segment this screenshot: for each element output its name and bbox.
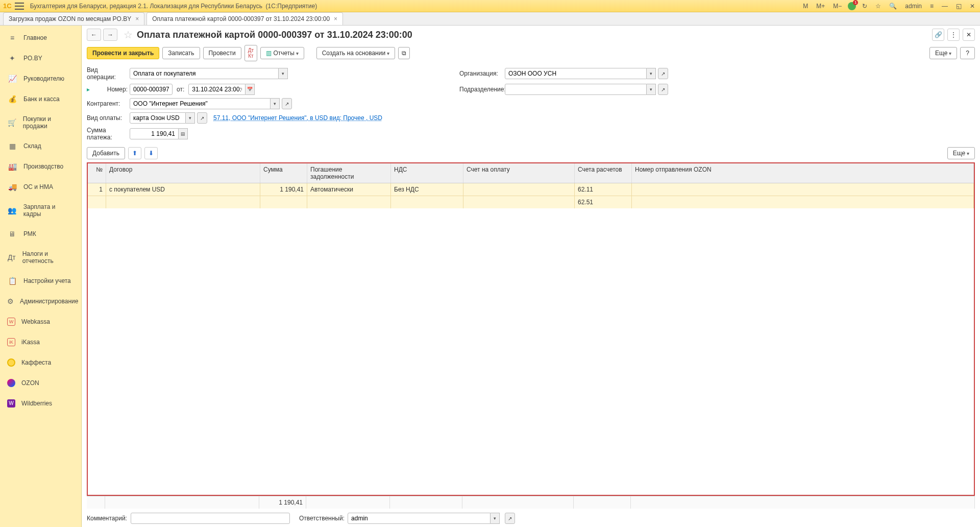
sidebar-item-hr[interactable]: 👥Зарплата и кадры	[0, 197, 81, 224]
post-button[interactable]: Провести	[203, 47, 241, 59]
sidebar-item-ozon[interactable]: OZON	[0, 373, 81, 393]
amount-input[interactable]	[130, 128, 179, 139]
col-accounts[interactable]: Счета расчетов	[575, 163, 632, 183]
sidebar-item-manager[interactable]: 📈Руководителю	[0, 68, 81, 89]
chevron-down-icon[interactable]: ▾	[271, 98, 280, 109]
cell-acc1[interactable]: 62.11	[575, 183, 632, 196]
operation-select[interactable]	[130, 68, 279, 79]
sidebar-item-kaffesta[interactable]: Каффеста	[0, 352, 81, 373]
create-based-button[interactable]: Создать на основании	[316, 47, 395, 59]
gear-icon: ⚙	[7, 297, 14, 305]
link-icon[interactable]: 🔗	[932, 29, 944, 41]
tab-ozon-load[interactable]: Загрузка продаж OZON по месяцам PO.BY×	[3, 12, 144, 25]
calculator-icon[interactable]: ▤	[179, 128, 188, 139]
chevron-down-icon[interactable]: ▾	[491, 513, 500, 524]
cell-vat[interactable]: Без НДС	[391, 183, 463, 196]
cell-repayment[interactable]: Автоматически	[307, 183, 391, 196]
search-icon[interactable]: 🔍	[887, 2, 899, 11]
table-row[interactable]: 1 с покупателем USD 1 190,41 Автоматичес…	[88, 183, 974, 196]
col-invoice[interactable]: Счет на оплату	[463, 163, 575, 183]
col-num[interactable]: №	[88, 163, 106, 183]
table-more-button[interactable]: Еще	[947, 147, 975, 159]
open-paytype-button[interactable]: ↗	[197, 112, 207, 124]
sidebar-item-production[interactable]: 🏭Производство	[0, 156, 81, 177]
notifications-icon[interactable]	[848, 2, 856, 10]
nav-back-button[interactable]: ←	[87, 29, 101, 41]
open-counterparty-button[interactable]: ↗	[282, 98, 292, 109]
counterparty-select[interactable]	[130, 98, 271, 109]
sidebar-item-warehouse[interactable]: ▦Склад	[0, 136, 81, 156]
cell-num[interactable]: 1	[88, 183, 106, 196]
sidebar-item-ikassa[interactable]: iKiKassa	[0, 332, 81, 352]
star-icon[interactable]: ☆	[124, 29, 133, 41]
open-dept-button[interactable]: ↗	[658, 84, 668, 95]
close-icon[interactable]: ×	[135, 15, 139, 22]
user-label[interactable]: admin	[903, 2, 924, 11]
memory-mminus[interactable]: M−	[831, 2, 844, 11]
open-responsible-button[interactable]: ↗	[505, 513, 515, 524]
datetime-input[interactable]	[188, 84, 246, 95]
sidebar-item-tax[interactable]: ДтНалоги и отчетность	[0, 244, 81, 271]
sidebar-item-bank[interactable]: 💰Банк и касса	[0, 89, 81, 109]
sidebar-item-admin[interactable]: ⚙Администрирование	[0, 291, 81, 312]
col-repayment[interactable]: Погашение задолженности	[307, 163, 391, 183]
settings-icon[interactable]: ≡	[928, 2, 936, 11]
chevron-down-icon[interactable]: ▾	[647, 84, 656, 95]
help-button[interactable]: ?	[960, 47, 975, 59]
structure-button[interactable]: ⧉	[398, 47, 410, 59]
account-link[interactable]: 57.11, ООО "Интернет Решения", в USD вид…	[213, 114, 382, 122]
col-sum[interactable]: Сумма	[260, 163, 307, 183]
sidebar-item-assets[interactable]: 🚚ОС и НМА	[0, 177, 81, 197]
favorite-icon[interactable]: ☆	[873, 2, 883, 11]
table-row[interactable]: 62.51	[88, 196, 974, 208]
move-down-button[interactable]: ⬇	[144, 147, 158, 159]
col-vat[interactable]: НДС	[391, 163, 463, 183]
minimize-icon[interactable]: —	[940, 2, 950, 11]
operation-label: Вид операции:	[87, 66, 128, 81]
dtkt-button[interactable]: ДтКт	[244, 45, 257, 61]
memory-m[interactable]: M	[801, 2, 810, 11]
sidebar-item-wildberries[interactable]: WWildberries	[0, 393, 81, 414]
sidebar-item-rmk[interactable]: 🖥РМК	[0, 224, 81, 244]
org-select[interactable]	[505, 68, 647, 79]
cell-sum[interactable]: 1 190,41	[260, 183, 307, 196]
chevron-down-icon[interactable]: ▾	[186, 112, 195, 124]
paytype-select[interactable]	[130, 112, 186, 124]
cell-acc2[interactable]: 62.51	[575, 196, 632, 208]
more-button[interactable]: Еще	[929, 47, 957, 59]
close-form-icon[interactable]: ✕	[963, 29, 975, 41]
cell-contract[interactable]: с покупателем USD	[106, 183, 260, 196]
responsible-select[interactable]	[348, 513, 491, 524]
calendar-icon[interactable]: 📅	[246, 84, 255, 95]
sidebar-item-poby[interactable]: ✦PO.BY	[0, 48, 81, 68]
add-row-button[interactable]: Добавить	[87, 147, 125, 159]
move-up-button[interactable]: ⬆	[128, 147, 141, 159]
cell-ozon[interactable]	[632, 183, 974, 196]
sidebar-item-sales[interactable]: 🛒Покупки и продажи	[0, 109, 81, 136]
tab-card-payment[interactable]: Оплата платежной картой 0000-000397 от 3…	[146, 12, 343, 25]
col-contract[interactable]: Договор	[106, 163, 260, 183]
maximize-icon[interactable]: ◱	[954, 2, 964, 11]
open-org-button[interactable]: ↗	[658, 68, 668, 79]
sidebar-item-main[interactable]: ≡Главное	[0, 28, 81, 48]
chevron-down-icon[interactable]: ▾	[279, 68, 288, 79]
col-ozon-shipment[interactable]: Номер отправления OZON	[632, 163, 974, 183]
comment-input[interactable]	[131, 513, 290, 524]
post-and-close-button[interactable]: Провести и закрыть	[87, 47, 159, 59]
reports-button[interactable]: ▥ Отчеты	[260, 47, 304, 59]
save-button[interactable]: Записать	[162, 47, 200, 59]
cell-invoice[interactable]	[463, 183, 575, 196]
more-menu-icon[interactable]: ⋮	[947, 29, 960, 41]
number-input[interactable]	[130, 84, 173, 95]
memory-mplus[interactable]: M+	[814, 2, 827, 11]
dept-select[interactable]	[505, 84, 647, 95]
sidebar-item-webkassa[interactable]: WWebkassa	[0, 312, 81, 332]
sidebar-item-acc-settings[interactable]: 📋Настройки учета	[0, 271, 81, 291]
close-window-icon[interactable]: ✕	[968, 2, 977, 11]
close-icon[interactable]: ×	[334, 15, 337, 22]
hamburger-icon[interactable]	[15, 3, 24, 10]
paytype-label: Вид оплаты:	[87, 114, 128, 122]
history-icon[interactable]: ↻	[860, 2, 869, 11]
nav-forward-button[interactable]: →	[103, 29, 117, 41]
chevron-down-icon[interactable]: ▾	[647, 68, 656, 79]
